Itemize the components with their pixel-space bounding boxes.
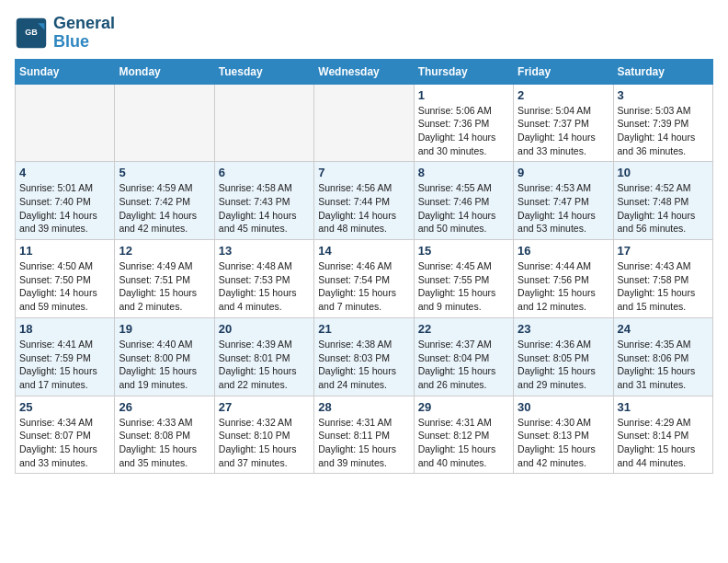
day-info: Sunrise: 4:45 AM Sunset: 7:55 PM Dayligh… [418, 259, 509, 314]
day-info: Sunrise: 4:39 AM Sunset: 8:01 PM Dayligh… [219, 338, 310, 392]
day-info: Sunrise: 4:33 AM Sunset: 8:08 PM Dayligh… [119, 416, 210, 470]
calendar-day-3: 3Sunrise: 5:03 AM Sunset: 7:39 PM Daylig… [613, 84, 712, 162]
day-info: Sunrise: 4:31 AM Sunset: 8:12 PM Dayligh… [418, 416, 509, 470]
calendar-day-26: 26Sunrise: 4:33 AM Sunset: 8:08 PM Dayli… [115, 396, 214, 474]
day-number: 29 [418, 400, 509, 414]
day-number: 1 [418, 88, 509, 102]
day-number: 9 [518, 166, 609, 179]
weekday-header-sunday: Sunday [16, 59, 115, 84]
day-info: Sunrise: 4:31 AM Sunset: 8:11 PM Dayligh… [318, 416, 409, 470]
day-info: Sunrise: 4:58 AM Sunset: 7:43 PM Dayligh… [219, 181, 310, 236]
day-info: Sunrise: 4:48 AM Sunset: 7:53 PM Dayligh… [219, 259, 310, 314]
calendar-day-27: 27Sunrise: 4:32 AM Sunset: 8:10 PM Dayli… [214, 396, 313, 474]
day-number: 14 [318, 244, 409, 258]
calendar-day-29: 29Sunrise: 4:31 AM Sunset: 8:12 PM Dayli… [414, 396, 513, 474]
day-number: 11 [19, 244, 110, 258]
calendar-week-4: 18Sunrise: 4:41 AM Sunset: 7:59 PM Dayli… [16, 317, 713, 396]
day-number: 16 [518, 244, 609, 258]
day-info: Sunrise: 4:40 AM Sunset: 8:00 PM Dayligh… [119, 338, 210, 392]
weekday-header-wednesday: Wednesday [314, 59, 414, 84]
day-number: 3 [618, 88, 709, 102]
day-info: Sunrise: 4:34 AM Sunset: 8:07 PM Dayligh… [19, 416, 110, 470]
day-number: 7 [318, 166, 409, 179]
calendar-day-9: 9Sunrise: 4:53 AM Sunset: 7:47 PM Daylig… [514, 162, 613, 240]
day-info: Sunrise: 4:35 AM Sunset: 8:06 PM Dayligh… [618, 338, 709, 392]
day-info: Sunrise: 4:37 AM Sunset: 8:04 PM Dayligh… [418, 338, 509, 392]
day-number: 13 [219, 244, 310, 258]
svg-text:GB: GB [25, 28, 38, 37]
calendar-day-7: 7Sunrise: 4:56 AM Sunset: 7:44 PM Daylig… [314, 162, 414, 240]
day-number: 23 [518, 322, 609, 336]
calendar-day-19: 19Sunrise: 4:40 AM Sunset: 8:00 PM Dayli… [115, 317, 214, 396]
calendar-day-24: 24Sunrise: 4:35 AM Sunset: 8:06 PM Dayli… [613, 317, 712, 396]
day-info: Sunrise: 4:52 AM Sunset: 7:48 PM Dayligh… [618, 181, 709, 236]
calendar-day-31: 31Sunrise: 4:29 AM Sunset: 8:14 PM Dayli… [613, 396, 712, 474]
day-info: Sunrise: 4:46 AM Sunset: 7:54 PM Dayligh… [318, 259, 409, 314]
weekday-header-thursday: Thursday [414, 59, 513, 84]
day-number: 12 [119, 244, 210, 258]
day-number: 28 [318, 400, 409, 414]
day-number: 2 [518, 88, 609, 102]
day-number: 18 [19, 322, 110, 336]
day-info: Sunrise: 4:49 AM Sunset: 7:51 PM Dayligh… [119, 259, 210, 314]
logo: GB General Blue [15, 15, 115, 52]
calendar-day-20: 20Sunrise: 4:39 AM Sunset: 8:01 PM Dayli… [214, 317, 313, 396]
calendar-day-17: 17Sunrise: 4:43 AM Sunset: 7:58 PM Dayli… [613, 240, 712, 318]
day-info: Sunrise: 4:55 AM Sunset: 7:46 PM Dayligh… [418, 181, 509, 236]
day-info: Sunrise: 4:41 AM Sunset: 7:59 PM Dayligh… [19, 338, 110, 392]
logo-icon: GB [15, 17, 48, 50]
calendar-day-23: 23Sunrise: 4:36 AM Sunset: 8:05 PM Dayli… [514, 317, 613, 396]
day-number: 4 [19, 166, 110, 179]
day-number: 20 [219, 322, 310, 336]
day-number: 6 [219, 166, 310, 179]
weekday-header-saturday: Saturday [613, 59, 712, 84]
day-info: Sunrise: 4:30 AM Sunset: 8:13 PM Dayligh… [518, 416, 609, 470]
day-number: 17 [618, 244, 709, 258]
calendar-week-1: 1Sunrise: 5:06 AM Sunset: 7:36 PM Daylig… [16, 84, 713, 162]
calendar-day-22: 22Sunrise: 4:37 AM Sunset: 8:04 PM Dayli… [414, 317, 513, 396]
day-number: 10 [618, 166, 709, 179]
day-info: Sunrise: 5:03 AM Sunset: 7:39 PM Dayligh… [618, 104, 709, 158]
day-number: 30 [518, 400, 609, 414]
calendar-day-30: 30Sunrise: 4:30 AM Sunset: 8:13 PM Dayli… [514, 396, 613, 474]
calendar-day-4: 4Sunrise: 5:01 AM Sunset: 7:40 PM Daylig… [16, 162, 115, 240]
calendar-day-10: 10Sunrise: 4:52 AM Sunset: 7:48 PM Dayli… [613, 162, 712, 240]
calendar-day-8: 8Sunrise: 4:55 AM Sunset: 7:46 PM Daylig… [414, 162, 513, 240]
calendar-week-5: 25Sunrise: 4:34 AM Sunset: 8:07 PM Dayli… [16, 396, 713, 474]
calendar-header-row: SundayMondayTuesdayWednesdayThursdayFrid… [16, 59, 713, 84]
calendar-day-1: 1Sunrise: 5:06 AM Sunset: 7:36 PM Daylig… [414, 84, 513, 162]
weekday-header-monday: Monday [115, 59, 214, 84]
day-number: 24 [618, 322, 709, 336]
day-number: 5 [119, 166, 210, 179]
day-info: Sunrise: 4:32 AM Sunset: 8:10 PM Dayligh… [219, 416, 310, 470]
day-number: 27 [219, 400, 310, 414]
day-number: 19 [119, 322, 210, 336]
calendar-day-14: 14Sunrise: 4:46 AM Sunset: 7:54 PM Dayli… [314, 240, 414, 318]
calendar-week-2: 4Sunrise: 5:01 AM Sunset: 7:40 PM Daylig… [16, 162, 713, 240]
day-info: Sunrise: 5:06 AM Sunset: 7:36 PM Dayligh… [418, 104, 509, 158]
calendar-day-25: 25Sunrise: 4:34 AM Sunset: 8:07 PM Dayli… [16, 396, 115, 474]
day-info: Sunrise: 4:38 AM Sunset: 8:03 PM Dayligh… [318, 338, 409, 392]
calendar-week-3: 11Sunrise: 4:50 AM Sunset: 7:50 PM Dayli… [16, 240, 713, 318]
calendar-day-2: 2Sunrise: 5:04 AM Sunset: 7:37 PM Daylig… [514, 84, 613, 162]
calendar-day-15: 15Sunrise: 4:45 AM Sunset: 7:55 PM Dayli… [414, 240, 513, 318]
day-number: 25 [19, 400, 110, 414]
day-info: Sunrise: 4:53 AM Sunset: 7:47 PM Dayligh… [518, 181, 609, 236]
calendar-day-empty [214, 84, 313, 162]
day-info: Sunrise: 4:59 AM Sunset: 7:42 PM Dayligh… [119, 181, 210, 236]
day-number: 22 [418, 322, 509, 336]
calendar-day-16: 16Sunrise: 4:44 AM Sunset: 7:56 PM Dayli… [514, 240, 613, 318]
logo-text: General Blue [53, 15, 115, 52]
day-info: Sunrise: 4:43 AM Sunset: 7:58 PM Dayligh… [618, 259, 709, 314]
calendar-day-21: 21Sunrise: 4:38 AM Sunset: 8:03 PM Dayli… [314, 317, 414, 396]
calendar-day-11: 11Sunrise: 4:50 AM Sunset: 7:50 PM Dayli… [16, 240, 115, 318]
calendar-day-12: 12Sunrise: 4:49 AM Sunset: 7:51 PM Dayli… [115, 240, 214, 318]
day-info: Sunrise: 4:50 AM Sunset: 7:50 PM Dayligh… [19, 259, 110, 314]
day-info: Sunrise: 5:04 AM Sunset: 7:37 PM Dayligh… [518, 104, 609, 158]
calendar-day-13: 13Sunrise: 4:48 AM Sunset: 7:53 PM Dayli… [214, 240, 313, 318]
day-info: Sunrise: 4:44 AM Sunset: 7:56 PM Dayligh… [518, 259, 609, 314]
day-number: 8 [418, 166, 509, 179]
day-number: 31 [618, 400, 709, 414]
calendar-day-5: 5Sunrise: 4:59 AM Sunset: 7:42 PM Daylig… [115, 162, 214, 240]
day-number: 15 [418, 244, 509, 258]
